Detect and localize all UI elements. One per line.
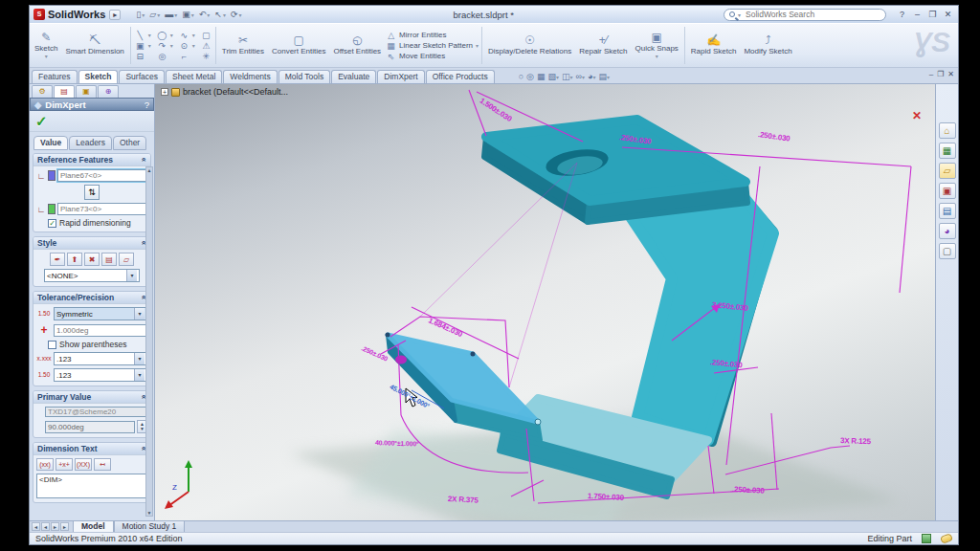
feature-manager-tab[interactable]: ⚙	[32, 85, 53, 98]
tag-icon[interactable]	[940, 533, 953, 544]
tab-hole-point[interactable]	[395, 356, 407, 364]
swap-planes-button[interactable]: ⇅	[84, 185, 100, 200]
checkbox-checked-icon[interactable]: ✓	[48, 219, 56, 228]
plane2-input[interactable]	[57, 203, 147, 215]
plane1-input[interactable]	[57, 169, 147, 182]
rapid-sketch-button[interactable]: ✍ Rapid Sketch	[688, 25, 740, 66]
tab-dimxpert[interactable]: DimXpert	[377, 70, 424, 83]
primary-value-field[interactable]	[45, 421, 135, 433]
search-input[interactable]	[744, 9, 880, 20]
point-tool-icon[interactable]: ◎	[156, 52, 168, 61]
feature-tree-root[interactable]: + bracket (Default<<Default...	[161, 87, 288, 97]
style-dropdown[interactable]: <NONE> ▾	[44, 269, 140, 282]
doc-close-icon[interactable]: ✕	[947, 70, 954, 78]
polygon-tool-icon[interactable]: ⚠	[200, 41, 212, 51]
display-style-icon[interactable]: ▧▾	[547, 72, 559, 81]
search-dropdown-icon[interactable]: ▾	[738, 11, 741, 18]
doc-minimize-icon[interactable]: –	[929, 70, 933, 78]
delete-style-button[interactable]: ✖	[84, 253, 100, 266]
add-parenthesis-button[interactable]: (xx)	[36, 458, 54, 471]
rebuild-icon[interactable]: ⟳▾	[229, 10, 244, 19]
fillet-tool-icon[interactable]: ⌐	[178, 52, 190, 61]
tab-sheet-metal[interactable]: Sheet Metal	[166, 70, 222, 83]
dropdown-caret-icon[interactable]: ▾	[126, 270, 137, 281]
move-entities-button[interactable]: ⇖ Move Entities	[386, 52, 479, 61]
arc-tool-icon[interactable]: ↷	[156, 41, 168, 51]
search-box[interactable]: ▾	[724, 9, 886, 21]
smart-dimension-button[interactable]: ⛏ Smart Dimension	[62, 25, 126, 66]
tab-features[interactable]: Features	[32, 70, 78, 83]
display-delete-relations-button[interactable]: ☉ Display/Delete Relations	[485, 25, 574, 66]
dimension-label[interactable]: .250±.030	[732, 485, 765, 496]
section-view-icon[interactable]: ◫▾	[562, 72, 573, 81]
tab-scroll-prev-icon[interactable]: ◄	[41, 522, 50, 531]
tab-office-products[interactable]: Office Products	[426, 70, 495, 83]
minimize-button[interactable]: –	[911, 10, 924, 19]
document-recovery-icon[interactable]: ▢	[939, 243, 956, 259]
view-palette-icon[interactable]: ▣	[939, 183, 956, 199]
tab-mold-tools[interactable]: Mold Tools	[278, 70, 330, 83]
motion-study-tab[interactable]: Motion Study 1	[114, 520, 186, 532]
custom-properties-icon[interactable]: ◕	[939, 223, 956, 239]
text-tool-icon[interactable]: ✳	[200, 52, 212, 61]
corner-rectangle-tool-icon[interactable]: ▣	[134, 41, 146, 51]
scroll-up-icon[interactable]: ▲	[147, 167, 152, 173]
collapse-icon[interactable]: »	[140, 158, 149, 163]
open-icon[interactable]: ▱▾	[147, 10, 162, 19]
model-tab[interactable]: Model	[73, 520, 114, 532]
restore-button[interactable]: ❐	[926, 10, 939, 19]
expand-tree-icon[interactable]: +	[161, 88, 168, 96]
dimension-label[interactable]: 1.750±.030	[588, 492, 624, 502]
quick-tips-icon[interactable]	[922, 534, 931, 543]
spline-tool-icon[interactable]: ∿	[178, 31, 190, 40]
center-text-button[interactable]: +x+	[56, 458, 73, 471]
tab-leaders[interactable]: Leaders	[69, 136, 112, 150]
tab-surfaces[interactable]: Surfaces	[119, 70, 165, 83]
print-icon[interactable]: ▣▾	[180, 10, 196, 19]
dimension-label[interactable]: 3X R.125	[840, 436, 871, 446]
appearance-icon[interactable]: ◕▾	[588, 72, 595, 81]
wireframe-icon[interactable]: ▦	[537, 72, 546, 81]
tab-evaluate[interactable]: Evaluate	[331, 70, 376, 83]
unit-precision-dropdown[interactable]: .123 ▾	[54, 352, 147, 365]
dropdown-caret-icon[interactable]: ▾	[134, 353, 145, 364]
dropdown-caret-icon[interactable]: ▾	[134, 308, 145, 320]
trim-entities-button[interactable]: ✂ Trim Entities	[219, 25, 267, 66]
save-icon[interactable]: ▬▾	[163, 10, 179, 19]
add-style-button[interactable]: ⬆	[67, 253, 82, 266]
menu-expand-arrow-icon[interactable]: ▸	[109, 10, 121, 20]
zoom-area-icon[interactable]: ◎	[526, 72, 534, 81]
tab-scroll-first-icon[interactable]: ◄	[32, 522, 40, 531]
scene-icon[interactable]: ▤▾	[598, 72, 610, 81]
slot-tool-icon[interactable]: ⊟	[134, 52, 146, 61]
accept-check-icon[interactable]: ✓	[35, 113, 48, 130]
checkbox-unchecked-icon[interactable]	[48, 341, 56, 349]
solidworks-resources-icon[interactable]: ⌂	[939, 122, 956, 139]
dimxpert-manager-tab[interactable]: ⊕	[98, 85, 119, 98]
quick-snaps-button[interactable]: ▣ Quick Snaps▾	[632, 25, 680, 66]
sketch-button[interactable]: ✎ Sketch▾	[32, 25, 60, 66]
tab-sketch[interactable]: Sketch	[78, 70, 119, 83]
apply-default-style-button[interactable]: ✒	[50, 253, 65, 266]
circle-tool-icon[interactable]: ◯	[156, 31, 168, 40]
close-button[interactable]: ✕	[942, 10, 954, 19]
vertex-marker[interactable]	[386, 333, 390, 338]
tab-scroll-last-icon[interactable]: ►	[60, 522, 69, 531]
ellipse-tool-icon[interactable]: ⊙	[178, 41, 190, 51]
rectangle-tool-icon[interactable]: ▢	[200, 31, 212, 40]
modify-sketch-button[interactable]: ⤴ Modify Sketch	[741, 25, 794, 66]
doc-restore-icon[interactable]: ❐	[937, 70, 944, 78]
vertex-marker[interactable]	[471, 352, 476, 357]
new-icon[interactable]: ▯▾	[134, 10, 146, 19]
cancel-red-x-icon[interactable]: ✕	[912, 109, 922, 122]
tab-scroll-next-icon[interactable]: ►	[51, 522, 59, 531]
configuration-manager-tab[interactable]: ▣	[76, 85, 97, 98]
save-style-button[interactable]: ▤	[101, 253, 117, 266]
repair-sketch-button[interactable]: +⁄ Repair Sketch	[576, 25, 630, 66]
load-style-button[interactable]: ▱	[119, 253, 134, 266]
convert-entities-button[interactable]: ▢ Convert Entities	[269, 25, 328, 66]
tolerance-type-dropdown[interactable]: Symmetric ▾	[54, 307, 147, 320]
offset-text-button[interactable]: (XX)	[75, 458, 92, 471]
offset-entities-button[interactable]: ◵ Offset Entities	[330, 25, 384, 66]
design-library-icon[interactable]: ▦	[939, 143, 956, 159]
